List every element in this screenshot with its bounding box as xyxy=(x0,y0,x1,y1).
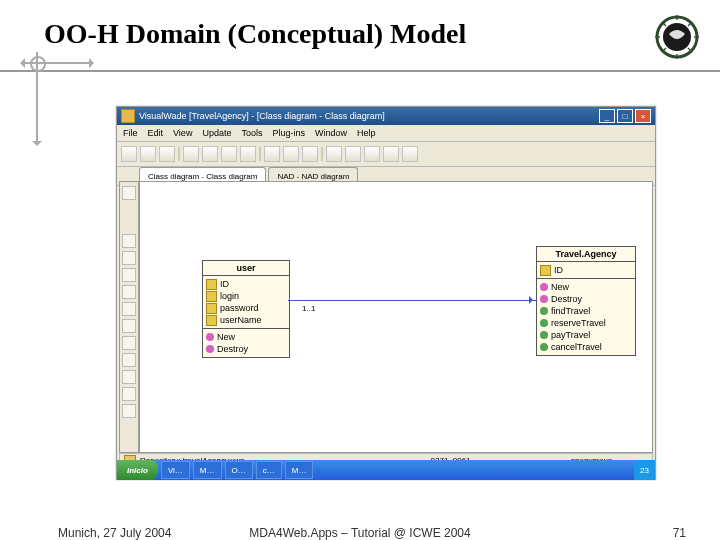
op-icon xyxy=(206,333,214,341)
toolbar-button[interactable] xyxy=(183,146,199,162)
multiplicity-label: 1..1 xyxy=(300,304,317,313)
taskbar-button[interactable]: M… xyxy=(193,461,222,479)
menu-edit[interactable]: Edit xyxy=(148,128,164,138)
key-icon xyxy=(540,265,551,276)
attributes-section: ID xyxy=(537,262,635,279)
palette-tool[interactable] xyxy=(122,285,136,299)
taskbar-button[interactable]: O… xyxy=(225,461,253,479)
toolbar-button[interactable] xyxy=(240,146,256,162)
logo-emblem xyxy=(654,14,700,60)
attributes-section: ID login password userName xyxy=(203,276,289,329)
palette-tool[interactable] xyxy=(122,234,136,248)
key-icon xyxy=(206,291,217,302)
app-screenshot: VisualWade [TravelAgency] - [Class diagr… xyxy=(116,106,656,480)
palette-tool[interactable] xyxy=(122,370,136,384)
app-icon xyxy=(121,109,135,123)
key-icon xyxy=(206,303,217,314)
toolbar-button[interactable] xyxy=(202,146,218,162)
window-controls: _ □ × xyxy=(599,109,651,123)
toolbar-button[interactable] xyxy=(283,146,299,162)
op-icon xyxy=(540,319,548,327)
diagram-canvas[interactable]: user ID login password userName New Dest… xyxy=(139,181,653,453)
menu-file[interactable]: File xyxy=(123,128,138,138)
toolbar-button[interactable] xyxy=(264,146,280,162)
operations-section: New Destroy xyxy=(203,329,289,357)
toolbar-button[interactable] xyxy=(402,146,418,162)
decoration-ring xyxy=(30,56,46,72)
palette-tool[interactable] xyxy=(122,302,136,316)
toolbar-button[interactable] xyxy=(159,146,175,162)
taskbar-button[interactable]: c… xyxy=(256,461,282,479)
toolbar-button[interactable] xyxy=(326,146,342,162)
palette-tool[interactable] xyxy=(122,186,136,200)
op-icon xyxy=(540,343,548,351)
op-icon xyxy=(540,331,548,339)
windows-taskbar: Inicio Vi… M… O… c… M… 23 xyxy=(117,460,655,480)
operations-section: New Destroy findTravel reserveTravel pay… xyxy=(537,279,635,355)
class-header: Travel.Agency xyxy=(537,247,635,262)
toolbar-button[interactable] xyxy=(121,146,137,162)
toolbar-button[interactable] xyxy=(302,146,318,162)
class-header: user xyxy=(203,261,289,276)
op-icon xyxy=(540,307,548,315)
menu-bar: File Edit View Update Tools Plug-ins Win… xyxy=(117,125,655,142)
palette-tool[interactable] xyxy=(122,404,136,418)
palette-tool[interactable] xyxy=(122,268,136,282)
horizontal-rule xyxy=(0,70,720,72)
taskbar-button[interactable]: Vi… xyxy=(161,461,190,479)
system-tray: 23 xyxy=(634,460,655,480)
toolbar xyxy=(117,142,655,167)
key-icon xyxy=(206,315,217,326)
slide: OO-H Domain (Conceptual) Model VisualWad… xyxy=(0,0,720,540)
window-titlebar: VisualWade [TravelAgency] - [Class diagr… xyxy=(117,107,655,125)
op-icon xyxy=(540,295,548,303)
palette-tool[interactable] xyxy=(122,251,136,265)
window-title: VisualWade [TravelAgency] - [Class diagr… xyxy=(139,111,385,121)
palette-tool[interactable] xyxy=(122,353,136,367)
toolbar-button[interactable] xyxy=(383,146,399,162)
close-button[interactable]: × xyxy=(635,109,651,123)
slide-title: OO-H Domain (Conceptual) Model xyxy=(44,18,466,50)
class-user[interactable]: user ID login password userName New Dest… xyxy=(202,260,290,358)
toolbar-button[interactable] xyxy=(140,146,156,162)
minimize-button[interactable]: _ xyxy=(599,109,615,123)
toolbar-button[interactable] xyxy=(345,146,361,162)
menu-plugins[interactable]: Plug-ins xyxy=(272,128,305,138)
footer-page-number: 71 xyxy=(673,526,686,540)
start-button[interactable]: Inicio xyxy=(117,460,158,480)
menu-help[interactable]: Help xyxy=(357,128,376,138)
association-line[interactable] xyxy=(288,300,536,301)
palette-tool[interactable] xyxy=(122,387,136,401)
toolbar-button[interactable] xyxy=(364,146,380,162)
key-icon xyxy=(206,279,217,290)
toolbar-button[interactable] xyxy=(221,146,237,162)
class-travel-agency[interactable]: Travel.Agency ID New Destroy findTravel … xyxy=(536,246,636,356)
palette-tool[interactable] xyxy=(122,319,136,333)
tool-palette xyxy=(119,181,139,453)
op-icon xyxy=(540,283,548,291)
menu-view[interactable]: View xyxy=(173,128,192,138)
palette-tool[interactable] xyxy=(122,336,136,350)
menu-tools[interactable]: Tools xyxy=(241,128,262,138)
op-icon xyxy=(206,345,214,353)
maximize-button[interactable]: □ xyxy=(617,109,633,123)
menu-update[interactable]: Update xyxy=(202,128,231,138)
menu-window[interactable]: Window xyxy=(315,128,347,138)
footer-center: MDA4Web.Apps – Tutorial @ ICWE 2004 xyxy=(0,526,720,540)
taskbar-button[interactable]: M… xyxy=(285,461,314,479)
